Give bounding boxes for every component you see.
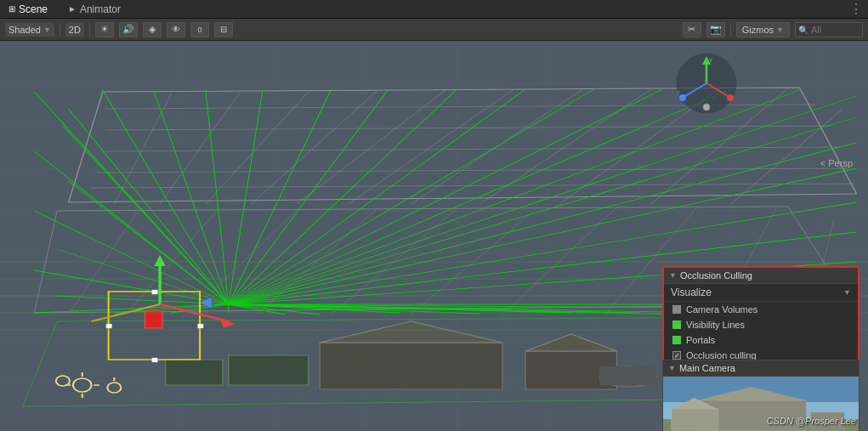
- gizmo-widget: y z: [672, 49, 740, 117]
- portals-item[interactable]: Portals: [664, 332, 858, 348]
- toolbar: Shaded ▼ 2D ☀ 🔊 ◈ 👁 0 ⊟ ✂ 📷 Gizmos ▼ 🔍: [0, 19, 868, 41]
- svg-point-139: [727, 94, 734, 101]
- svg-rect-146: [672, 409, 718, 430]
- svg-point-140: [703, 104, 710, 111]
- shading-mode-label: Shaded: [9, 25, 41, 35]
- visibility-lines-color: [672, 320, 681, 329]
- visualize-row[interactable]: Visualize ▼: [664, 284, 858, 302]
- gizmos-dropdown-arrow: ▼: [776, 26, 784, 34]
- svg-text:z: z: [677, 88, 680, 96]
- camera-panel-header[interactable]: ▼ Main Camera: [663, 360, 859, 377]
- visibility-lines-label: Visibility Lines: [686, 320, 745, 330]
- scene-tab-icon: ⊞: [9, 4, 15, 14]
- portals-label: Portals: [686, 335, 715, 345]
- toolbar-sep-3: [730, 23, 731, 37]
- portals-color: [672, 336, 681, 344]
- search-icon: 🔍: [798, 25, 808, 34]
- svg-rect-98: [320, 343, 502, 389]
- camera-volumes-item[interactable]: Camera Volumes: [664, 302, 858, 317]
- tab-scene-label: Scene: [19, 3, 48, 15]
- svg-rect-109: [197, 324, 203, 328]
- svg-text:y: y: [709, 55, 712, 63]
- tab-scene[interactable]: ⊞ Scene: [5, 3, 51, 15]
- svg-rect-116: [145, 311, 162, 328]
- camera-icon[interactable]: 📷: [706, 22, 725, 37]
- camera-volumes-label: Camera Volumes: [686, 304, 757, 315]
- svg-rect-108: [106, 324, 112, 328]
- toolbar-sep-1: [60, 23, 60, 37]
- occlusion-panel-title-row: ▼ Occlusion Culling: [669, 270, 752, 281]
- camera-volumes-color: [672, 305, 681, 314]
- visibility-lines-item[interactable]: Visibility Lines: [664, 317, 858, 332]
- svg-rect-105: [166, 360, 223, 385]
- toolbar-right: ✂ 📷 Gizmos ▼ 🔍: [683, 22, 863, 37]
- visualize-label: Visualize: [671, 286, 712, 298]
- tab-animator-label: Animator: [80, 3, 121, 15]
- svg-point-136: [679, 94, 686, 101]
- shading-dropdown-arrow: ▼: [43, 26, 51, 34]
- gizmos-button[interactable]: Gizmos ▼: [736, 22, 790, 37]
- occlusion-panel-title: Occlusion Culling: [680, 270, 752, 281]
- occlusion-panel-triangle: ▼: [669, 271, 677, 280]
- grid-icon-btn[interactable]: ⊟: [214, 22, 233, 37]
- svg-rect-107: [152, 290, 158, 294]
- svg-rect-110: [152, 358, 158, 362]
- gizmos-label: Gizmos: [742, 25, 774, 35]
- toolbar-sep-2: [89, 23, 90, 37]
- shading-mode-dropdown[interactable]: Shaded ▼: [5, 23, 54, 37]
- svg-rect-104: [229, 355, 309, 385]
- animator-tab-icon: ►: [68, 4, 77, 14]
- visualize-dropdown-arrow: ▼: [843, 288, 851, 297]
- scene-viewport[interactable]: y z < Persp ▼ Occlusion Culling Visualiz…: [0, 41, 868, 431]
- svg-rect-103: [599, 366, 656, 385]
- tab-animator[interactable]: ► Animator: [65, 3, 124, 15]
- camera-panel-title: Main Camera: [679, 363, 735, 373]
- occlusion-panel-header[interactable]: ▼ Occlusion Culling: [664, 268, 858, 284]
- fx-icon-btn[interactable]: ◈: [143, 22, 162, 37]
- perspective-label: < Persp: [820, 158, 853, 168]
- move-tool-icon[interactable]: ✂: [683, 22, 701, 37]
- occlusion-culling-panel: ▼ Occlusion Culling Visualize ▼ Camera V…: [662, 266, 859, 365]
- more-options-icon[interactable]: ⋮: [849, 1, 863, 17]
- camera-panel-triangle: ▼: [668, 364, 676, 372]
- layer-icon-btn[interactable]: 0: [190, 22, 209, 37]
- top-bar: ⊞ Scene ► Animator ⋮: [0, 0, 868, 19]
- audio-icon-btn[interactable]: 🔊: [119, 22, 138, 37]
- 2d-label: 2D: [69, 25, 81, 35]
- search-container: 🔍: [795, 22, 863, 37]
- 2d-toggle[interactable]: 2D: [65, 23, 84, 37]
- scene-vis-icon-btn[interactable]: 👁: [167, 22, 185, 37]
- occlusion-culling-checkbox[interactable]: ✓: [672, 351, 681, 360]
- watermark: CSDN @Prosper Lee: [767, 416, 856, 426]
- lighting-icon-btn[interactable]: ☀: [95, 22, 114, 37]
